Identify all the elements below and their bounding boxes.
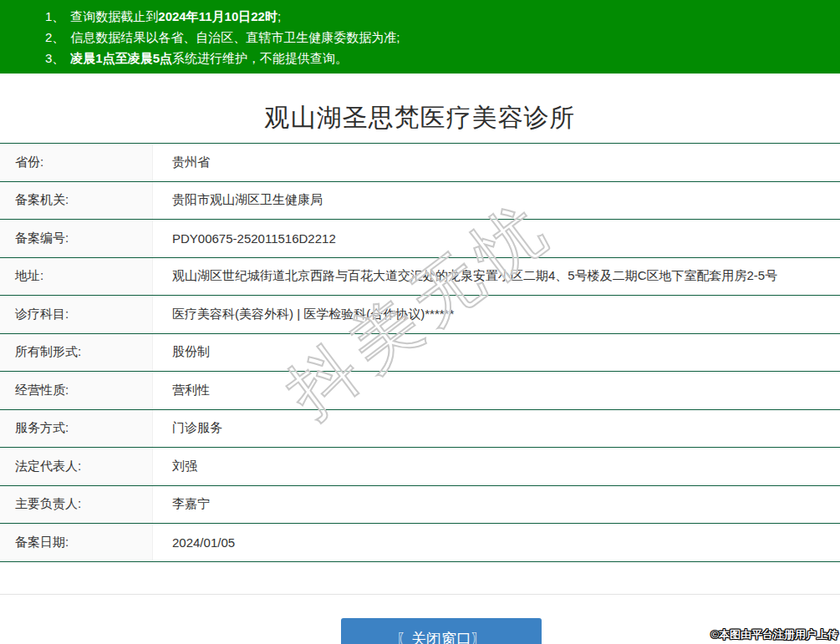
- footer-divider: [0, 594, 840, 595]
- row-label: 主要负责人:: [0, 486, 153, 524]
- row-label: 诊疗科目:: [0, 296, 153, 333]
- notice-text: 查询数据截止到: [70, 9, 158, 23]
- notice-text-bold: 2024年11月10日22时: [158, 9, 277, 23]
- table-row-business-nature: 经营性质: 营利性: [0, 371, 840, 409]
- row-label: 经营性质:: [0, 372, 153, 409]
- row-value: 医疗美容科(美容外科) | 医学检验科(合作协议)******: [153, 296, 840, 333]
- row-value: 观山湖区世纪城街道北京西路与百花大道交汇处的龙泉安置小区二期4、5号楼及二期C区…: [153, 258, 840, 296]
- table-row-departments: 诊疗科目: 医疗美容科(美容外科) | 医学检验科(合作协议)******: [0, 295, 840, 333]
- notice-line-1: 1、查询数据截止到2024年11月10日22时;: [0, 6, 840, 27]
- row-value: 李嘉宁: [153, 486, 840, 524]
- row-label: 备案日期:: [0, 524, 153, 561]
- table-row-main-responsible-person: 主要负责人: 李嘉宁: [0, 485, 840, 524]
- row-label: 省份:: [0, 144, 153, 181]
- table-row-filing-number: 备案编号: PDY00675-252011516D2212: [0, 219, 840, 257]
- notice-line-2: 2、信息数据结果以各省、自治区、直辖市卫生健康委数据为准;: [0, 27, 840, 48]
- row-label: 备案编号:: [0, 220, 153, 257]
- row-label: 所有制形式:: [0, 334, 153, 372]
- page-title: 观山湖圣思梵医疗美容诊所: [0, 74, 840, 130]
- table-row-service-mode: 服务方式: 门诊服务: [0, 409, 840, 448]
- table-row-address: 地址: 观山湖区世纪城街道北京西路与百花大道交汇处的龙泉安置小区二期4、5号楼及…: [0, 257, 840, 296]
- table-row-filing-authority: 备案机关: 贵阳市观山湖区卫生健康局: [0, 181, 840, 220]
- row-value: PDY00675-252011516D2212: [153, 220, 840, 257]
- row-label: 服务方式:: [0, 410, 153, 448]
- row-label: 备案机关:: [0, 182, 153, 220]
- row-value: 营利性: [153, 372, 840, 409]
- table-row-ownership: 所有制形式: 股份制: [0, 333, 840, 372]
- row-label: 地址:: [0, 258, 153, 296]
- close-window-button[interactable]: 〖关闭窗口〗: [341, 618, 542, 644]
- notice-text: ;: [277, 9, 281, 23]
- notice-number: 3、: [45, 51, 64, 65]
- table-row-province: 省份: 贵州省: [0, 143, 840, 181]
- notice-text: 信息数据结果以各省、自治区、直辖市卫生健康委数据为准;: [70, 30, 400, 44]
- notice-line-3: 3、凌晨1点至凌晨5点系统进行维护，不能提供查询。: [0, 48, 840, 68]
- row-value: 贵阳市观山湖区卫生健康局: [153, 182, 840, 220]
- notice-text: 系统进行维护，不能提供查询。: [172, 51, 348, 65]
- notice-number: 2、: [45, 30, 64, 44]
- notice-text-bold: 凌晨1点至凌晨5点: [70, 51, 172, 65]
- table-row-filing-date: 备案日期: 2024/01/05: [0, 523, 840, 561]
- notice-number: 1、: [45, 9, 64, 23]
- row-label: 法定代表人:: [0, 448, 153, 485]
- row-value: 门诊服务: [153, 410, 840, 448]
- row-value: 刘强: [153, 448, 840, 485]
- row-value: 股份制: [153, 334, 840, 372]
- row-value: 2024/01/05: [153, 524, 840, 561]
- notice-banner: 1、查询数据截止到2024年11月10日22时; 2、信息数据结果以各省、自治区…: [0, 0, 840, 74]
- record-table: 省份: 贵州省 备案机关: 贵阳市观山湖区卫生健康局 备案编号: PDY0067…: [0, 143, 840, 562]
- attribution-text: ©本图由平台注册用户上传: [710, 627, 838, 642]
- table-row-legal-representative: 法定代表人: 刘强: [0, 447, 840, 485]
- row-value: 贵州省: [153, 144, 840, 181]
